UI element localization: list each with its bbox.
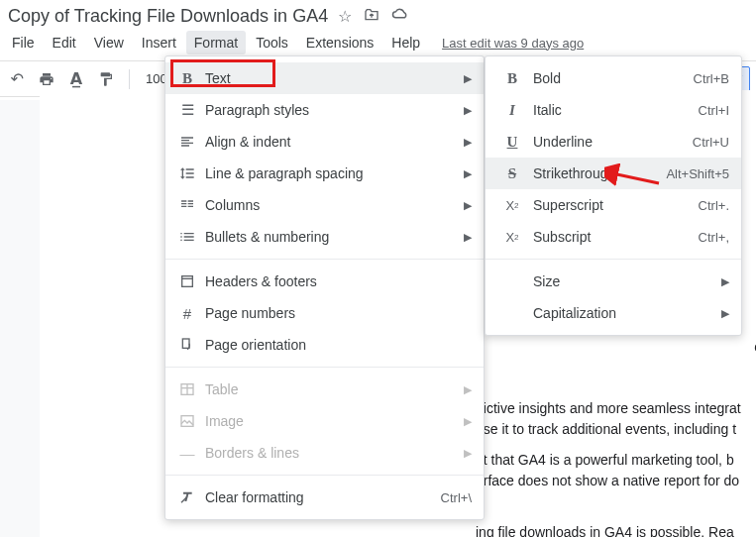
text-size[interactable]: Size ▶	[486, 266, 741, 297]
subscript-icon: X2	[499, 230, 525, 245]
spacing-icon	[173, 165, 201, 181]
clear-format-icon	[173, 489, 201, 505]
strikethrough-icon: S	[499, 165, 525, 182]
format-align-indent[interactable]: Align & indent ▶	[165, 126, 484, 158]
cloud-icon[interactable]	[391, 7, 409, 26]
headers-footers-icon	[173, 273, 201, 289]
chevron-right-icon: ▶	[464, 383, 472, 396]
format-clear-formatting[interactable]: Clear formatting Ctrl+\	[165, 482, 484, 513]
text-subscript[interactable]: X2 Subscript Ctrl+,	[486, 221, 741, 253]
paint-format-icon[interactable]	[95, 68, 117, 90]
format-text[interactable]: B Text ▶	[165, 62, 484, 94]
format-headers-footers[interactable]: Headers & footers	[165, 266, 484, 297]
chevron-right-icon: ▶	[464, 72, 472, 85]
orientation-icon	[173, 337, 201, 353]
menu-edit[interactable]: Edit	[45, 31, 84, 54]
svg-rect-0	[182, 276, 193, 287]
text-italic[interactable]: I Italic Ctrl+I	[486, 94, 741, 126]
text-bold[interactable]: B Bold Ctrl+B	[486, 62, 741, 94]
columns-icon	[173, 197, 201, 213]
chevron-right-icon: ▶	[464, 136, 472, 149]
bold-icon: B	[499, 70, 525, 87]
underline-icon: U	[499, 134, 525, 151]
format-paragraph-styles[interactable]: ☰ Paragraph styles ▶	[165, 94, 484, 126]
format-image: Image ▶	[165, 405, 484, 437]
chevron-right-icon: ▶	[464, 447, 472, 460]
undo-icon[interactable]: ↷	[6, 68, 28, 90]
align-icon	[173, 134, 201, 150]
superscript-icon: X2	[499, 198, 525, 213]
title-bar: Copy of Tracking File Downloads in GA4 ☆	[0, 0, 756, 29]
menu-file[interactable]: File	[4, 31, 43, 54]
move-icon[interactable]	[364, 7, 379, 26]
print-icon[interactable]	[36, 68, 57, 90]
chevron-right-icon: ▶	[464, 104, 472, 117]
chevron-right-icon: ▶	[464, 415, 472, 428]
menu-extensions[interactable]: Extensions	[298, 31, 381, 54]
menu-help[interactable]: Help	[383, 31, 428, 54]
image-icon	[173, 413, 201, 429]
text-strikethrough[interactable]: S Strikethrough Alt+Shift+5	[486, 158, 741, 189]
svg-rect-2	[182, 339, 189, 348]
chevron-right-icon: ▶	[464, 167, 472, 180]
chevron-right-icon: ▶	[721, 307, 729, 320]
format-dropdown: B Text ▶ ☰ Paragraph styles ▶ Align & in…	[164, 55, 485, 520]
format-page-numbers[interactable]: # Page numbers	[165, 297, 484, 329]
menu-insert[interactable]: Insert	[134, 31, 184, 54]
text-capitalization[interactable]: Capitalization ▶	[486, 297, 741, 329]
menu-view[interactable]: View	[86, 31, 132, 54]
format-line-spacing[interactable]: Line & paragraph spacing ▶	[165, 158, 484, 189]
paragraph-icon: ☰	[173, 101, 201, 119]
chevron-right-icon: ▶	[464, 199, 472, 212]
format-borders-lines: — Borders & lines ▶	[165, 437, 484, 469]
bullets-icon	[173, 229, 201, 245]
chevron-right-icon: ▶	[464, 231, 472, 244]
hash-icon: #	[173, 305, 201, 322]
chevron-right-icon: ▶	[721, 275, 729, 288]
document-title[interactable]: Copy of Tracking File Downloads in GA4	[8, 6, 328, 27]
menu-format[interactable]: Format	[186, 31, 246, 54]
star-icon[interactable]: ☆	[338, 7, 352, 26]
text-submenu: B Bold Ctrl+B I Italic Ctrl+I U Underlin…	[485, 55, 742, 336]
text-superscript[interactable]: X2 Superscript Ctrl+.	[486, 189, 741, 221]
format-columns[interactable]: Columns ▶	[165, 189, 484, 221]
italic-icon: I	[499, 102, 525, 119]
text-underline[interactable]: U Underline Ctrl+U	[486, 126, 741, 158]
spellcheck-icon[interactable]: A̲	[65, 68, 87, 90]
format-page-orientation[interactable]: Page orientation	[165, 329, 484, 361]
borders-icon: —	[173, 445, 201, 462]
format-bullets-numbering[interactable]: Bullets & numbering ▶	[165, 221, 484, 253]
bold-icon: B	[173, 70, 201, 87]
menu-tools[interactable]: Tools	[248, 31, 296, 54]
table-icon	[173, 381, 201, 397]
format-table: Table ▶	[165, 374, 484, 405]
last-edit-link[interactable]: Last edit was 9 days ago	[442, 36, 584, 51]
